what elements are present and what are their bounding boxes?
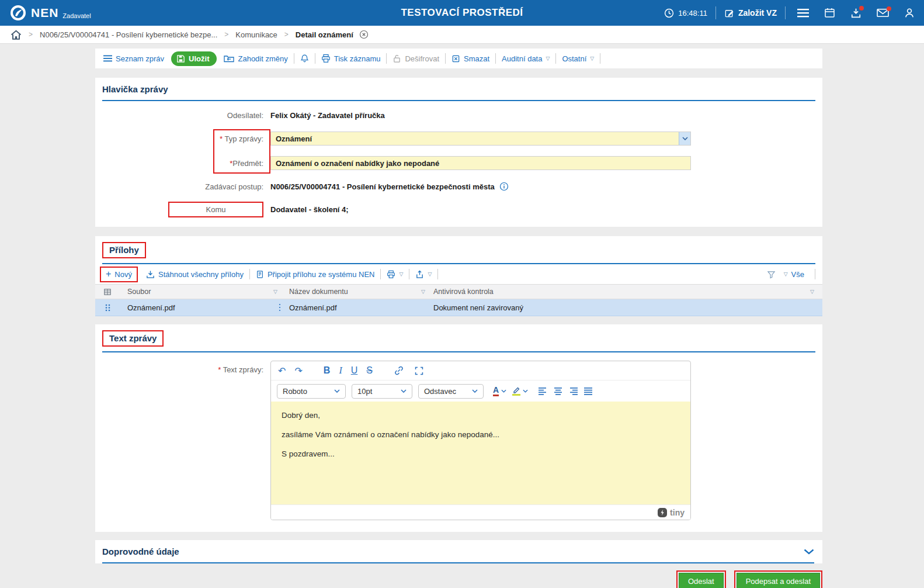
align-left-icon[interactable] (539, 388, 548, 395)
breadcrumb-separator: > (29, 30, 33, 39)
expand-chevron-icon[interactable] (804, 549, 814, 555)
revert-icon (224, 54, 234, 63)
text-color-button[interactable]: A (493, 386, 506, 396)
attach-from-nen-button[interactable]: Připojit přílohu ze systému NEN (252, 270, 378, 279)
notification-badge (887, 6, 891, 11)
divider (555, 53, 556, 64)
section-title: Přílohy (109, 245, 139, 255)
divider (386, 53, 387, 64)
send-button[interactable]: Odeslat (679, 573, 724, 588)
link-icon[interactable] (394, 365, 404, 376)
delete-button[interactable]: Smazat (448, 54, 493, 63)
filter-caret-icon[interactable]: ▽ (421, 289, 431, 295)
audit-data-menu[interactable]: Auditní data ▽ (498, 54, 553, 63)
strikethrough-icon[interactable]: S (366, 365, 373, 376)
sign-and-send-button[interactable]: Podepsat a odeslat (737, 573, 820, 588)
font-size-select[interactable]: 10pt (352, 384, 412, 399)
subject-label: *Předmět: (95, 159, 270, 168)
column-header-nazev[interactable]: Název dokumentu ▽ (283, 288, 431, 296)
drag-handle-icon[interactable] (95, 304, 120, 312)
recipient-label-box: Komu (95, 202, 270, 217)
fullscreen-icon[interactable] (414, 366, 424, 376)
discard-changes-button[interactable]: Zahodit změny (220, 54, 291, 63)
text-color-icon: A (493, 386, 499, 396)
print-record-button[interactable]: Tisk záznamu (318, 54, 384, 63)
editor-content[interactable]: Dobrý den, zasíláme Vám oznámení o označ… (271, 402, 690, 504)
divider (249, 269, 250, 279)
align-justify-icon[interactable] (584, 388, 593, 395)
breadcrumb-separator: > (284, 30, 289, 39)
breadcrumb-item-communication[interactable]: Komunikace (235, 30, 277, 39)
chevron-down-icon[interactable] (679, 132, 690, 145)
filter-caret-icon: ▽ (546, 56, 550, 61)
close-tab-icon[interactable] (359, 30, 369, 39)
message-type-input[interactable]: Oznámení (270, 132, 691, 146)
cell-soubor: Oznámení.pdf (120, 303, 283, 312)
new-attachment-button[interactable]: + Nový (106, 270, 132, 279)
column-header-antivir[interactable]: Antivirová kontrola ▽ (431, 288, 822, 296)
underline-icon[interactable]: U (351, 365, 358, 376)
message-list-button[interactable]: Seznam zpráv (100, 54, 168, 63)
section-head: Text zprávy (95, 324, 822, 352)
sender-label: Odesílatel: (95, 111, 270, 120)
column-resize-handle[interactable] (279, 303, 283, 312)
procedure-value: N006/25/V00004741 - Posílení kybernetick… (270, 182, 509, 191)
undo-icon[interactable]: ↶ (278, 365, 286, 376)
downloads-icon[interactable] (850, 8, 862, 18)
print-attachments-button[interactable]: ▽ (383, 270, 407, 279)
save-button[interactable]: Uložit (171, 51, 217, 66)
section-title: Hlavička zprávy (102, 84, 168, 94)
filter-caret-icon[interactable]: ▽ (810, 289, 814, 295)
funnel-icon[interactable] (767, 270, 776, 279)
download-all-attachments-button[interactable]: Stáhnout všechny přílohy (143, 270, 247, 279)
divider (785, 6, 786, 19)
annotation-box-attachments-title: Přílohy (102, 242, 146, 258)
bold-icon[interactable]: B (324, 365, 331, 376)
message-header-section: Hlavička zprávy Odesílatel: Felix Okátý … (95, 78, 822, 227)
info-icon[interactable] (499, 182, 509, 191)
italic-icon[interactable]: I (339, 365, 342, 376)
nen-brand[interactable]: NEN Zadavatel (9, 4, 91, 22)
editor-paragraph: Dobrý den, (282, 411, 680, 420)
section-head: Hlavička zprávy (95, 78, 822, 101)
field-procedure: Zadávací postup: N006/25/V00004741 - Pos… (95, 179, 822, 193)
filter-all-dropdown[interactable]: ▽ Vše (780, 270, 808, 279)
printer-icon (321, 54, 331, 63)
annotation-box-new: + Nový (100, 267, 138, 282)
breadcrumb-item-procedure[interactable]: N006/25/V00004741 - Posílení kybernetick… (40, 30, 217, 39)
align-right-icon[interactable] (569, 388, 578, 395)
divider (445, 53, 446, 64)
highlight-color-button[interactable] (512, 386, 528, 396)
other-menu[interactable]: Ostatní ▽ (558, 54, 598, 63)
column-header-soubor[interactable]: Soubor ▽ (120, 288, 283, 296)
message-text-label: * Text zprávy: (95, 361, 270, 520)
home-icon[interactable] (11, 30, 22, 40)
font-family-select[interactable]: Roboto (277, 384, 346, 399)
menu-icon[interactable] (797, 8, 809, 18)
unlock-icon (392, 54, 401, 63)
attachment-row[interactable]: Oznámení.pdf Oznámení.pdf Dokument není … (95, 299, 822, 316)
grid-settings-icon[interactable] (95, 288, 120, 296)
attachments-section: Přílohy + Nový Stáhnout všechny přílohy (95, 236, 822, 316)
annotation-box-sign-and-send: Podepsat a odeslat (734, 570, 822, 588)
export-attachments-button[interactable]: ▽ (412, 270, 435, 279)
redo-icon[interactable]: ↷ (294, 365, 302, 376)
breadcrumb-separator: > (224, 30, 228, 39)
filter-caret-icon[interactable]: ▽ (273, 289, 283, 295)
calendar-icon[interactable] (824, 8, 835, 18)
document-icon (256, 270, 264, 279)
header-actions: 16:48:11 Založit VZ (664, 6, 915, 19)
notifications-bell-button[interactable] (297, 54, 312, 63)
footer-actions: Odeslat Podepsat a odeslat (95, 570, 822, 588)
create-vz-button[interactable]: Založit VZ (724, 8, 777, 18)
align-center-icon[interactable] (554, 388, 563, 395)
field-message-type: * Typ zprávy: Oznámení (95, 132, 822, 146)
highlighter-icon (512, 386, 520, 396)
brand-name: NEN (31, 4, 58, 22)
rich-text-editor[interactable]: ↶ ↷ B I U S Robo (270, 361, 691, 520)
user-icon[interactable] (904, 8, 915, 18)
subject-input[interactable]: Oznámení o označení nabídky jako nepodan… (270, 156, 691, 170)
mail-icon[interactable] (877, 8, 889, 18)
editor-toolbar-row2: Roboto 10pt Odstavec A (271, 381, 690, 402)
paragraph-format-select[interactable]: Odstavec (418, 384, 484, 399)
